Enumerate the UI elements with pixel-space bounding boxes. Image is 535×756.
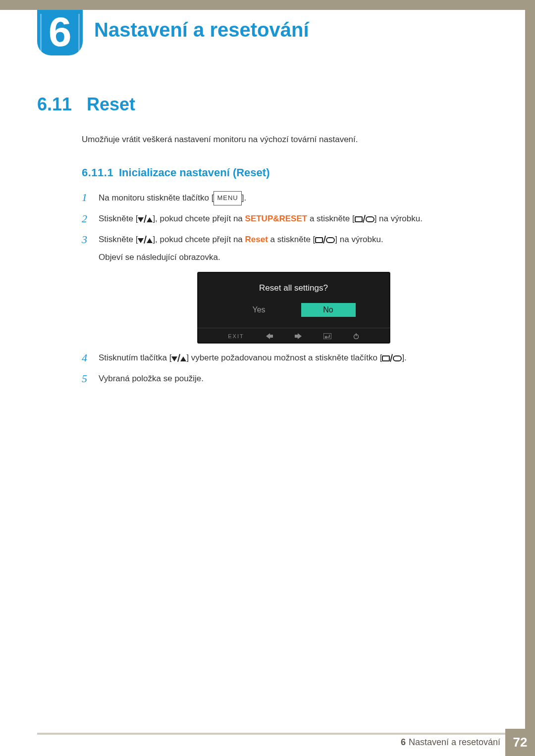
source-enter-icon [355, 213, 374, 226]
text: Stiskněte [ [99, 214, 138, 223]
step-number: 3 [82, 233, 99, 264]
text: ], pokud chcete přejít na [153, 214, 245, 223]
section-intro: Umožňuje vrátit veškerá nastavení monito… [82, 135, 505, 145]
osd-illustration: Reset all settings? Yes No EXIT [82, 272, 505, 344]
text: ] na výrobku. [374, 214, 423, 223]
osd-dialog: Reset all settings? Yes No EXIT [197, 272, 390, 344]
down-up-icon [138, 234, 153, 247]
top-accent-bar [0, 0, 535, 10]
svg-marker-0 [266, 333, 273, 339]
chapter-title: Nastavení a resetování [94, 19, 309, 41]
step-5: 5 Vybraná položka se použije. [82, 372, 505, 385]
subsection-title: Inicializace nastavení (Reset) [119, 166, 269, 179]
reset-label: Reset [245, 235, 268, 244]
step-body: Vybraná položka se použije. [99, 372, 505, 385]
page-content: 6.11Reset Umožňuje vrátit veškerá nastav… [37, 94, 505, 392]
source-enter-icon [382, 353, 402, 365]
text: Stisknutím tlačítka [ [99, 353, 171, 362]
section-heading: 6.11Reset [37, 94, 505, 115]
chapter-number-tab: 6 [37, 10, 83, 55]
setup-reset-label: SETUP&RESET [245, 214, 308, 223]
step-number: 5 [82, 372, 99, 385]
osd-yes-button: Yes [232, 303, 286, 317]
menu-button-label: MENU [214, 191, 241, 205]
subsection-number: 6.11.1 [82, 166, 119, 179]
left-arrow-icon [266, 333, 273, 339]
section-title: Reset [87, 94, 135, 114]
text: ], pokud chcete přejít na [153, 235, 245, 244]
footer-chapter-number: 6 [401, 737, 406, 748]
text: ]. [402, 353, 406, 362]
step-4: 4 Stisknutím tlačítka [] vyberte požadov… [82, 352, 505, 365]
power-icon [353, 333, 359, 339]
text: Vybraná položka se použije. [99, 374, 204, 383]
step-body: Stisknutím tlačítka [] vyberte požadovan… [99, 352, 505, 365]
text: a stiskněte [ [307, 214, 354, 223]
osd-buttons: Yes No [198, 303, 390, 317]
step-body: Stiskněte [], pokud chcete přejít na SET… [99, 212, 505, 226]
down-up-icon [138, 213, 153, 226]
text: ] vyberte požadovanou možnost a stisknět… [186, 353, 382, 362]
text: ] na výrobku. [335, 235, 383, 244]
enter-icon [323, 333, 331, 339]
text: Stiskněte [ [99, 235, 138, 244]
source-enter-icon [315, 234, 335, 247]
down-up-icon [171, 353, 186, 365]
text: Na monitoru stiskněte tlačítko [ [99, 193, 214, 202]
text: a stiskněte [ [268, 235, 315, 244]
step-3: 3 Stiskněte [], pokud chcete přejít na R… [82, 233, 505, 264]
svg-marker-3 [324, 336, 326, 339]
step-1: 1 Na monitoru stiskněte tlačítko [MENU]. [82, 191, 505, 205]
osd-no-button: No [301, 303, 356, 317]
section-number: 6.11 [37, 94, 87, 115]
page-number: 72 [505, 729, 535, 756]
step-subtext: Objeví se následující obrazovka. [99, 251, 505, 264]
step-2: 2 Stiskněte [], pokud chcete přejít na S… [82, 212, 505, 226]
page-footer: 6 Nastavení a resetování 72 [0, 729, 535, 756]
step-number: 1 [82, 191, 99, 205]
step-list: 1 Na monitoru stiskněte tlačítko [MENU].… [82, 191, 505, 385]
osd-title: Reset all settings? [198, 283, 390, 293]
svg-marker-1 [295, 333, 302, 339]
osd-legend: EXIT [198, 328, 390, 339]
step-number: 2 [82, 212, 99, 226]
svg-rect-2 [323, 333, 331, 339]
step-body: Na monitoru stiskněte tlačítko [MENU]. [99, 191, 505, 205]
subsection-heading: 6.11.1Inicializace nastavení (Reset) [82, 166, 505, 179]
step-body: Stiskněte [], pokud chcete přejít na Res… [99, 233, 505, 264]
right-arrow-icon [295, 333, 302, 339]
osd-exit-label: EXIT [228, 333, 244, 339]
step-number: 4 [82, 352, 99, 365]
footer-chapter-title: Nastavení a resetování [409, 737, 500, 748]
footer-chapter-label: 6 Nastavení a resetování [401, 729, 500, 756]
text: ]. [242, 193, 246, 202]
side-accent-bar [525, 10, 535, 729]
